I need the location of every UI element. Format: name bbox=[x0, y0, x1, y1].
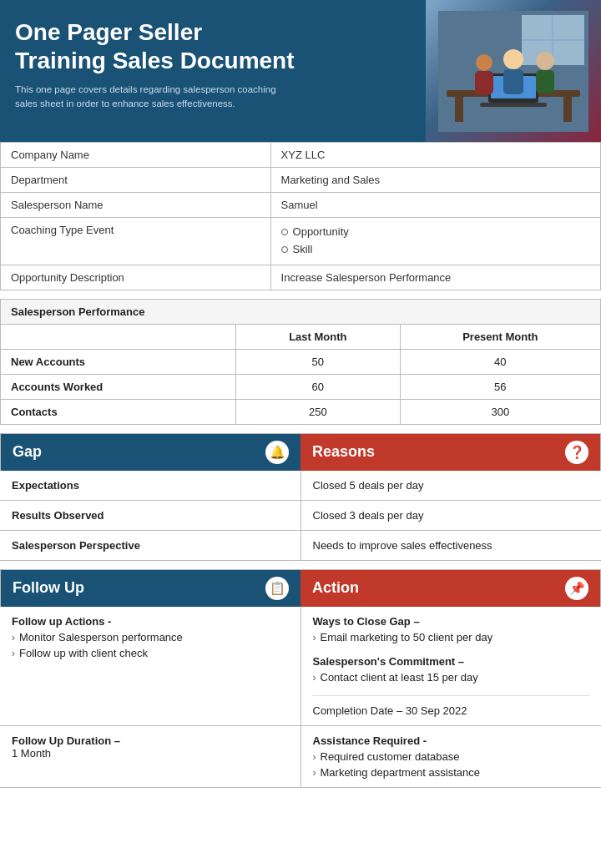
page-title: One Pager Seller Training Sales Document bbox=[15, 18, 411, 74]
label-company: Company Name bbox=[1, 143, 271, 168]
reasons-header-icon: ❓ bbox=[565, 441, 588, 464]
gap-value-results: Closed 3 deals per day bbox=[301, 501, 602, 531]
action-header-label: Action bbox=[312, 579, 359, 597]
assistance-item-1-text: Required customer database bbox=[321, 750, 460, 763]
bullet-icon-2 bbox=[281, 246, 288, 253]
gap-reasons-section: Gap 🔔 Reasons ❓ Expectations Closed 5 de… bbox=[0, 433, 601, 561]
value-salesperson: Samuel bbox=[270, 193, 600, 218]
assistance-label: Assistance Required - bbox=[313, 734, 590, 747]
assistance-item-2: › Marketing department assistance bbox=[313, 766, 590, 779]
gap-header-icon: 🔔 bbox=[265, 441, 289, 464]
info-row-salesperson: Salesperson Name Samuel bbox=[1, 193, 601, 218]
followup-action-1: › Monitor Salesperson performance bbox=[12, 631, 289, 643]
perf-val-new-accounts-last: 50 bbox=[236, 349, 401, 374]
value-coaching: Opportunity Skill bbox=[270, 218, 600, 265]
label-coaching: Coaching Type Event bbox=[1, 218, 271, 265]
coaching-option-2-label: Skill bbox=[293, 241, 313, 259]
commitment-item-1: › Contact client at least 15 per day bbox=[313, 671, 590, 684]
perf-row-accounts-worked: Accounts Worked 60 56 bbox=[1, 374, 601, 399]
svg-rect-7 bbox=[563, 97, 572, 122]
label-department: Department bbox=[1, 168, 271, 193]
gap-header: Gap 🔔 bbox=[1, 434, 300, 471]
info-table: Company Name XYZ LLC Department Marketin… bbox=[0, 142, 601, 290]
arrow-icon-assistance-2: › bbox=[313, 767, 316, 779]
perf-val-accounts-worked-last: 60 bbox=[236, 374, 401, 399]
gap-label-perspective: Salesperson Perspective bbox=[0, 531, 301, 561]
perf-header-row: Last Month Present Month bbox=[1, 324, 601, 349]
info-row-company: Company Name XYZ LLC bbox=[1, 143, 601, 168]
perf-label-accounts-worked: Accounts Worked bbox=[1, 374, 236, 399]
assistance-cell: Assistance Required - › Required custome… bbox=[301, 726, 602, 788]
header-image bbox=[426, 0, 601, 142]
header-photo bbox=[426, 0, 601, 142]
reasons-question-icon: ❓ bbox=[569, 445, 585, 460]
info-row-coaching: Coaching Type Event Opportunity Skill bbox=[1, 218, 601, 265]
reasons-header-label: Reasons bbox=[312, 443, 375, 461]
action-ways-commitment-cell: Ways to Close Gap – › Email marketing to… bbox=[301, 607, 602, 726]
assistance-item-1: › Required customer database bbox=[313, 750, 590, 763]
value-company: XYZ LLC bbox=[270, 143, 600, 168]
gap-row-results: Results Observed Closed 3 deals per day bbox=[0, 501, 601, 531]
duration-value: 1 Month bbox=[12, 747, 289, 760]
action-pin-icon: 📌 bbox=[569, 581, 585, 596]
perf-section-title: Salesperson Performance bbox=[1, 299, 601, 324]
svg-point-11 bbox=[503, 49, 523, 69]
label-salesperson: Salesperson Name bbox=[1, 193, 271, 218]
followup-action-2: › Follow up with client check bbox=[12, 647, 289, 659]
action-header: Action 📌 bbox=[300, 570, 600, 607]
followup-header: Follow Up 📋 bbox=[1, 570, 300, 607]
gap-bell-icon: 🔔 bbox=[270, 445, 285, 460]
coaching-option-2: Skill bbox=[281, 241, 590, 259]
svg-rect-14 bbox=[475, 71, 493, 94]
arrow-icon-commitment: › bbox=[313, 672, 316, 684]
followup-action-2-text: Follow up with client check bbox=[19, 647, 148, 659]
arrow-icon-1: › bbox=[12, 632, 15, 643]
svg-point-13 bbox=[476, 54, 492, 71]
perf-val-contacts-last: 250 bbox=[236, 399, 401, 424]
perf-col-header-label bbox=[1, 324, 236, 349]
followup-duration-assistance-row: Follow Up Duration – 1 Month Assistance … bbox=[0, 726, 601, 788]
perf-label-contacts: Contacts bbox=[1, 399, 236, 424]
svg-rect-6 bbox=[455, 97, 463, 122]
followup-duration-cell: Follow Up Duration – 1 Month bbox=[0, 726, 301, 788]
coaching-option-1-label: Opportunity bbox=[293, 224, 349, 241]
gap-row-expectations: Expectations Closed 5 deals per day bbox=[0, 471, 601, 501]
arrow-icon-2: › bbox=[12, 648, 15, 659]
commitment-block: Salesperson's Commitment – › Contact cli… bbox=[313, 655, 590, 684]
commitment-label: Salesperson's Commitment – bbox=[313, 655, 590, 668]
perf-col-header-last: Last Month bbox=[236, 324, 401, 349]
info-row-department: Department Marketing and Sales bbox=[1, 168, 601, 193]
info-row-opportunity: Opportunity Description Increase Salespe… bbox=[1, 265, 601, 290]
duration-label: Follow Up Duration – bbox=[12, 734, 289, 747]
coaching-option-1: Opportunity bbox=[281, 224, 590, 241]
commitment-item-1-text: Contact client at least 15 per day bbox=[321, 671, 478, 684]
arrow-icon-assistance-1: › bbox=[313, 751, 316, 763]
perf-val-new-accounts-present: 40 bbox=[400, 349, 600, 374]
perf-title-row: Salesperson Performance bbox=[1, 299, 601, 324]
perf-val-accounts-worked-present: 56 bbox=[400, 374, 600, 399]
perf-row-new-accounts: New Accounts 50 40 bbox=[1, 349, 601, 374]
header-subtitle: This one page covers details regarding s… bbox=[15, 83, 282, 112]
completion-date-text: Completion Date – 30 Sep 2022 bbox=[313, 704, 467, 717]
followup-header-icon: 📋 bbox=[265, 577, 289, 600]
perf-row-contacts: Contacts 250 300 bbox=[1, 399, 601, 424]
action-header-icon: 📌 bbox=[565, 577, 588, 600]
arrow-icon-ways: › bbox=[313, 632, 316, 643]
assistance-item-2-text: Marketing department assistance bbox=[321, 766, 480, 779]
reasons-header: Reasons ❓ bbox=[300, 434, 600, 471]
perf-col-header-present: Present Month bbox=[400, 324, 600, 349]
gap-value-perspective: Needs to improve sales effectiveness bbox=[301, 531, 602, 561]
ways-item-1: › Email marketing to 50 client per day bbox=[313, 631, 590, 643]
value-department: Marketing and Sales bbox=[270, 168, 600, 193]
followup-action-section: Follow Up 📋 Action 📌 Follow up Actions -… bbox=[0, 569, 601, 788]
svg-point-15 bbox=[536, 52, 554, 70]
gap-row-perspective: Salesperson Perspective Needs to improve… bbox=[0, 531, 601, 561]
gap-header-label: Gap bbox=[13, 443, 42, 461]
followup-actions-label: Follow up Actions - bbox=[12, 615, 289, 628]
perf-val-contacts-present: 300 bbox=[400, 399, 600, 424]
bullet-icon-1 bbox=[281, 229, 288, 235]
gap-label-expectations: Expectations bbox=[0, 471, 301, 501]
followup-clipboard-icon: 📋 bbox=[270, 581, 285, 596]
followup-action-header-pair: Follow Up 📋 Action 📌 bbox=[0, 569, 601, 607]
gap-label-results: Results Observed bbox=[0, 501, 301, 531]
